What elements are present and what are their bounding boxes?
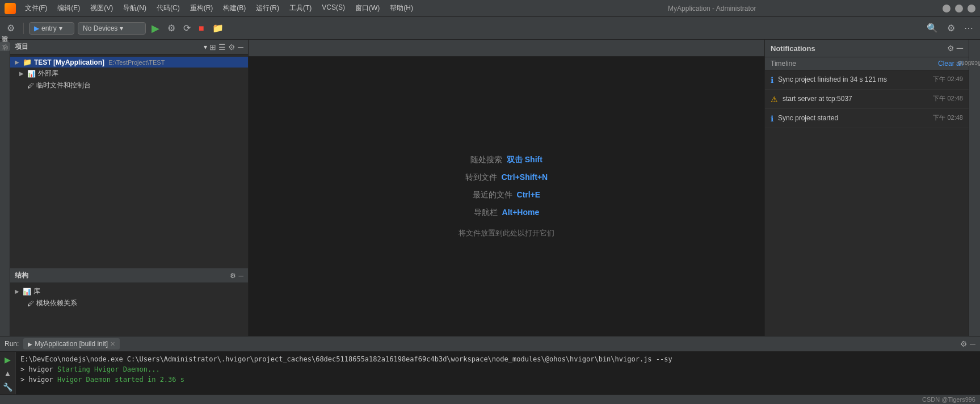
menu-window[interactable]: 窗口(W)	[351, 2, 384, 14]
tree-item-temp-files[interactable]: 🖊 临时文件和控制台	[10, 79, 248, 91]
log-line-0: E:\DevEco\nodejs\node.exe C:\Users\Admin…	[20, 354, 975, 364]
device-dropdown-icon: ▾	[120, 24, 123, 32]
notification-info-icon-2: ℹ	[771, 114, 773, 123]
editor-area: 随处搜索 双击 Shift 转到文件 Ctrl+Shift+N 最近的文件 Ct…	[249, 40, 764, 336]
bottom-settings-button[interactable]: ⚙	[960, 339, 968, 348]
entry-dropdown-icon: ▾	[59, 24, 62, 32]
run-tab-myapp[interactable]: ▶ MyApplication [build init] ✕	[23, 338, 120, 350]
menu-tools[interactable]: 工具(T)	[285, 2, 316, 14]
ide-settings-button[interactable]: ⚙	[944, 20, 958, 36]
tree-icon-temp: 🖊	[27, 82, 34, 90]
bottom-tool-button[interactable]: 🔧	[2, 381, 14, 393]
menu-run[interactable]: 运行(R)	[251, 2, 284, 14]
bottom-log[interactable]: E:\DevEco\nodejs\node.exe C:\Users\Admin…	[16, 352, 980, 394]
notifications-settings-button[interactable]: ⚙	[947, 44, 954, 53]
close-button[interactable]: ✕	[968, 5, 975, 12]
stop-button[interactable]: ■	[196, 21, 207, 36]
menu-help[interactable]: 帮助(H)	[385, 2, 418, 14]
project-layout-button[interactable]: ⊞	[209, 43, 216, 52]
menu-edit[interactable]: 编辑(E)	[53, 2, 85, 14]
notification-info-icon-0: ℹ	[771, 75, 773, 85]
menu-view[interactable]: 视图(V)	[86, 2, 117, 14]
editor-tab-bar	[249, 40, 764, 57]
notifications-panel: Notifications ⚙ ─ Timeline Clear all ℹ S…	[764, 40, 969, 336]
project-name: TEST [MyApplication]	[34, 58, 104, 66]
sidebar-tab-favorites[interactable]: 收	[0, 51, 10, 60]
hint-search: 随处搜索 双击 Shift	[459, 151, 554, 169]
maximize-button[interactable]: □	[955, 5, 963, 12]
notifications-list: ℹ Sync project finished in 34 s 121 ms 下…	[765, 70, 969, 336]
menu-code[interactable]: 代码(C)	[152, 2, 184, 14]
structure-icon-module: 🖊	[27, 300, 34, 308]
bottom-run-button[interactable]: ▶	[3, 354, 12, 365]
bottom-toolbar: ▶ ▲ 🔧 ▼	[0, 352, 16, 394]
run-tab-close-button[interactable]: ✕	[110, 340, 115, 348]
menu-navigate[interactable]: 导航(N)	[119, 2, 151, 14]
project-settings-button[interactable]: ⚙	[228, 43, 235, 52]
menu-bar: 文件(F) 编辑(E) 视图(V) 导航(N) 代码(C) 重构(R) 构建(B…	[20, 2, 482, 14]
right-tab-notifications[interactable]: Notifications	[953, 59, 980, 68]
tree-arrow-temp	[19, 82, 25, 89]
log-text-1: Starting Hvigor Daemon...	[57, 365, 160, 373]
settings-toolbar-button[interactable]: ⚙	[3, 20, 18, 36]
project-collapse-button[interactable]: ☰	[218, 43, 226, 52]
sidebar-tab-project[interactable]: 项目	[0, 42, 10, 51]
search-everywhere-button[interactable]: 🔍	[923, 20, 941, 36]
hint-goto-file: 转到文件 Ctrl+Shift+N	[459, 169, 554, 186]
sync-button[interactable]: ⚙	[165, 20, 178, 36]
bottom-close-button[interactable]: ─	[970, 339, 975, 348]
notification-warn-icon-1: ⚠	[771, 95, 778, 104]
notification-item-2[interactable]: ℹ Sync project started 下午 02:48	[765, 109, 969, 128]
menu-file[interactable]: 文件(F)	[20, 2, 52, 14]
right-sidebar-tabs: Notifications	[969, 40, 980, 336]
structure-panel-title: 结构	[15, 271, 228, 280]
left-sidebar-tabs: 项目 收	[0, 40, 10, 336]
more-options-button[interactable]: ⋯	[961, 20, 977, 36]
notification-text-2: Sync project started	[778, 113, 928, 123]
notification-text-0: Sync project finished in 34 s 121 ms	[778, 75, 928, 85]
structure-tree: ▶ 📊 库 🖊 模块依赖关系	[10, 283, 248, 312]
project-hide-button[interactable]: ─	[238, 43, 243, 52]
structure-hide-button[interactable]: ─	[238, 272, 243, 280]
notification-item-1[interactable]: ⚠ start server at tcp:5037 下午 02:48	[765, 90, 969, 109]
notifications-close-button[interactable]: ─	[957, 43, 963, 53]
app-logo	[5, 3, 16, 14]
project-tree: ▶ 📁 TEST [MyApplication] E:\TestProject\…	[10, 54, 248, 268]
tree-item-external-libs[interactable]: ▶ 📊 外部库	[10, 68, 248, 79]
device-selector[interactable]: No Devices ▾	[78, 22, 146, 35]
menu-build[interactable]: 构建(B)	[218, 2, 250, 14]
notifications-timeline-bar: Timeline Clear all	[765, 57, 969, 70]
open-folder-button[interactable]: 📁	[210, 20, 226, 36]
bottom-scroll-up-button[interactable]: ▲	[3, 368, 13, 379]
structure-label-module: 模块依赖关系	[36, 298, 77, 308]
notifications-header: Notifications ⚙ ─	[765, 40, 969, 57]
project-panel: 项目 ▾ ⊞ ☰ ⚙ ─ ▶ 📁 TEST [MyApplication] E:…	[10, 40, 248, 268]
tree-icon-extlibs: 📊	[27, 70, 36, 78]
build-button[interactable]: ⟳	[181, 20, 193, 36]
notification-item-0[interactable]: ℹ Sync project finished in 34 s 121 ms 下…	[765, 70, 969, 90]
project-panel-title: 项目	[15, 42, 201, 52]
minimize-button[interactable]: ─	[943, 5, 950, 12]
run-button[interactable]: ▶	[149, 20, 162, 37]
tree-label-extlibs: 外部库	[38, 69, 58, 78]
tree-icon-test: 📁	[23, 58, 32, 66]
log-text-2: Hvigor Daemon started in 2.36 s	[57, 376, 184, 384]
structure-item-libs[interactable]: ▶ 📊 库	[10, 285, 248, 297]
project-panel-header: 项目 ▾ ⊞ ☰ ⚙ ─	[10, 40, 248, 54]
structure-settings-button[interactable]: ⚙	[230, 272, 236, 280]
tree-arrow-test: ▶	[15, 59, 20, 65]
editor-hints: 随处搜索 双击 Shift 转到文件 Ctrl+Shift+N 最近的文件 Ct…	[459, 151, 554, 242]
window-controls: ─ □ ✕	[943, 5, 975, 12]
app-title: MyApplication - Administrator	[482, 5, 943, 12]
structure-arrow-libs: ▶	[15, 288, 20, 294]
timeline-label: Timeline	[771, 60, 938, 68]
entry-label: entry	[41, 24, 57, 32]
project-dropdown-icon: ▾	[204, 43, 207, 51]
notification-time-0: 下午 02:49	[933, 75, 963, 83]
menu-refactor[interactable]: 重构(R)	[186, 2, 218, 14]
structure-item-module-deps[interactable]: 🖊 模块依赖关系	[10, 297, 248, 309]
menu-vcs[interactable]: VCS(S)	[317, 2, 350, 14]
structure-arrow-module	[19, 300, 25, 306]
tree-item-test-root[interactable]: ▶ 📁 TEST [MyApplication] E:\TestProject\…	[10, 57, 248, 68]
entry-selector[interactable]: ▶ entry ▾	[29, 22, 74, 35]
